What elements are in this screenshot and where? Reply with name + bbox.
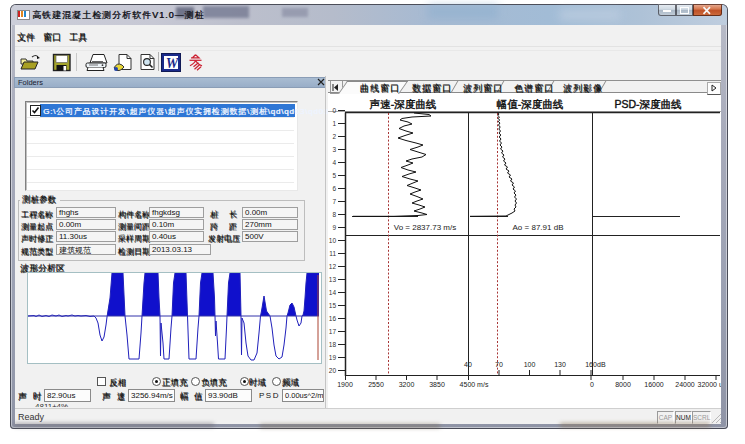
svg-text:幅值-深度曲线: 幅值-深度曲线 [497,98,564,110]
svg-text:16: 16 [329,315,337,322]
svg-text:1: 1 [332,120,336,127]
svg-text:32000: 32000 [698,381,718,388]
svg-text:3: 3 [332,146,336,153]
svg-text:100: 100 [524,361,536,368]
svg-text:18: 18 [329,341,337,348]
svg-text:14: 14 [329,289,337,296]
svg-text:PSD-深度曲线: PSD-深度曲线 [614,98,682,110]
svg-text:3200: 3200 [399,381,415,388]
svg-text:10: 10 [329,237,337,244]
svg-text:3850: 3850 [429,381,445,388]
svg-text:130: 130 [554,361,566,368]
svg-text:13: 13 [329,276,337,283]
svg-text:2: 2 [332,133,336,140]
svg-text:0: 0 [332,107,336,114]
svg-text:20: 20 [329,367,337,374]
svg-text:160: 160 [585,361,597,368]
svg-text:声速-深度曲线: 声速-深度曲线 [370,98,437,110]
svg-text:24000: 24000 [675,381,695,388]
svg-text:15: 15 [329,302,337,309]
svg-text:6: 6 [332,185,336,192]
svg-text:8: 8 [332,211,336,218]
svg-text:5: 5 [332,172,336,179]
svg-text:70: 70 [495,361,503,368]
svg-text:12: 12 [329,263,337,270]
svg-text:7: 7 [332,198,336,205]
svg-text:9: 9 [332,224,336,231]
svg-text:17: 17 [329,328,337,335]
svg-text:19: 19 [329,354,337,361]
svg-text:0: 0 [590,381,594,388]
svg-text:4: 4 [332,159,336,166]
svg-text:Vo = 2837.73 m/s: Vo = 2837.73 m/s [394,223,457,232]
svg-text:40: 40 [464,361,472,368]
svg-text:8000: 8000 [615,381,631,388]
svg-text:4500 m/s: 4500 m/s [460,381,489,388]
svg-text:2550: 2550 [368,381,384,388]
svg-text:16000: 16000 [644,381,664,388]
svg-text:u: u [719,381,721,388]
svg-text:1900: 1900 [337,381,353,388]
svg-text:11: 11 [329,250,336,257]
svg-text:dB: dB [597,361,606,368]
svg-text:Ao = 87.91 dB: Ao = 87.91 dB [513,223,564,232]
svg-text:W: W [166,56,180,71]
